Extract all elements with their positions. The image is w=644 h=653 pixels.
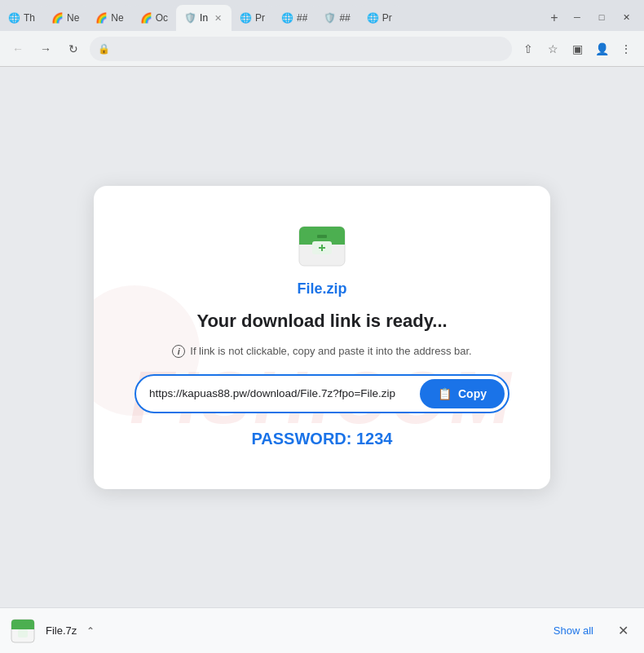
tab-bar: 🌐 Th 🌈 Ne 🌈 Ne 🌈 Oc 🛡️ In ✕ 🌐 Pr 🌐 ## [0,0,644,31]
tab-label-tab6: Pr [255,12,265,24]
copy-label: Copy [458,387,487,400]
tab-label-tab3: Ne [111,12,123,24]
download-link[interactable]: https://kapuas88.pw/download/File.7z?fpo… [136,377,417,409]
tab-favicon-tab8: 🛡️ [324,12,335,24]
tab-favicon-tab2: 🌈 [51,12,63,24]
download-bar-close-button[interactable]: ✕ [611,620,634,642]
download-card: File.zip Your download link is ready... … [94,186,550,489]
tab-label-tab4: Oc [156,12,168,24]
menu-icon[interactable]: ⋮ [615,38,637,60]
maximize-button[interactable]: □ [590,8,613,26]
tab-favicon-tab1: 🌐 [8,12,20,24]
tab-tab5[interactable]: 🛡️ In ✕ [176,5,232,31]
tab-close-tab5[interactable]: ✕ [212,13,223,24]
tab-favicon-tab7: 🌐 [281,12,293,24]
tab-tab9[interactable]: 🌐 Pr [359,5,400,31]
copy-icon: 📋 [438,387,452,400]
tab-label-tab8: ## [339,12,350,24]
tab-tab4[interactable]: 🌈 Oc [132,5,176,31]
svg-rect-4 [317,235,327,238]
file-zip-icon [294,218,350,274]
tab-favicon-tab9: 🌐 [367,12,378,24]
refresh-button[interactable]: ↻ [62,38,85,60]
share-icon[interactable]: ⇧ [517,38,540,60]
minimize-button[interactable]: ─ [566,8,589,26]
page-content: File.zip Your download link is ready... … [0,67,644,607]
tab-tab3[interactable]: 🌈 Ne [87,5,131,31]
file-icon-wrap [135,218,509,274]
sidebar-icon[interactable]: ▣ [566,38,589,60]
bookmark-icon[interactable]: ☆ [541,38,564,60]
tab-favicon-tab3: 🌈 [95,12,107,24]
new-tab-button[interactable]: + [543,7,566,29]
tab-tab7[interactable]: 🌐 ## [273,5,315,31]
main-heading: Your download link is ready... [135,311,509,332]
tab-label-tab9: Pr [382,12,392,24]
svg-rect-9 [11,626,34,629]
info-icon: i [172,345,185,358]
info-text: i If link is not clickable, copy and pas… [135,345,509,358]
download-filename: File.7z [46,624,77,637]
tab-tab1[interactable]: 🌐 Th [0,5,43,31]
tab-tab6[interactable]: 🌐 Pr [232,5,273,31]
password-text: PASSWORD: 1234 [135,430,509,448]
download-bar: File.7z ⌃ Show all ✕ [0,607,644,653]
link-row: https://kapuas88.pw/download/File.7z?fpo… [135,374,509,413]
info-text-label: If link is not clickable, copy and paste… [190,345,471,357]
tab-favicon-tab4: 🌈 [140,12,152,24]
file-name: File.zip [135,280,509,298]
show-all-button[interactable]: Show all [545,620,602,642]
copy-button[interactable]: 📋 Copy [420,379,505,408]
svg-rect-10 [18,629,28,638]
tab-label-tab2: Ne [67,12,79,24]
tab-favicon-tab5: 🛡️ [184,12,196,24]
tab-tab2[interactable]: 🌈 Ne [43,5,87,31]
address-wrapper: 🔒 [90,37,512,61]
close-button[interactable]: ✕ [615,8,637,26]
forward-button[interactable]: → [34,38,57,60]
address-bar: ← → ↻ 🔒 ⇧ ☆ ▣ 👤 ⋮ [0,31,644,67]
download-chevron[interactable]: ⌃ [86,625,95,637]
window-controls: ─ □ ✕ [566,5,644,26]
tab-label-tab1: Th [24,12,35,24]
tab-tab8[interactable]: 🛡️ ## [315,5,358,31]
profile-icon[interactable]: 👤 [590,38,613,60]
back-button[interactable]: ← [7,38,29,60]
address-input[interactable] [90,37,512,61]
tab-label-tab5: In [200,12,208,24]
toolbar-right: ⇧ ☆ ▣ 👤 ⋮ [517,38,637,60]
tab-label-tab7: ## [297,12,307,24]
tab-favicon-tab6: 🌐 [240,12,251,24]
download-file-icon [10,618,36,644]
